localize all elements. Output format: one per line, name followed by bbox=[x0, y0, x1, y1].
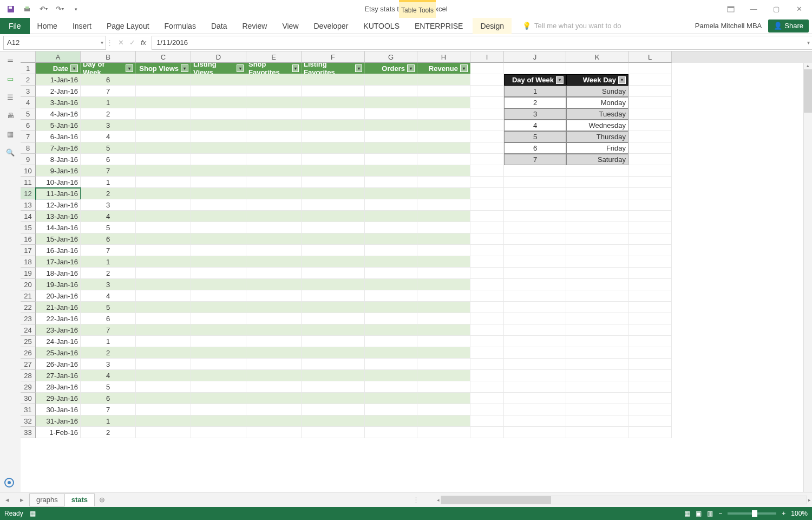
zoom-slider[interactable] bbox=[728, 512, 776, 515]
cell[interactable] bbox=[365, 381, 417, 393]
panel-icon-1[interactable]: ═ bbox=[5, 55, 16, 66]
cell[interactable] bbox=[504, 63, 566, 74]
cell[interactable] bbox=[246, 199, 302, 211]
cell[interactable] bbox=[136, 415, 191, 427]
cell[interactable] bbox=[417, 165, 470, 177]
cell[interactable] bbox=[628, 381, 672, 393]
cell-date[interactable]: 14-Jan-16 bbox=[36, 222, 81, 233]
cell[interactable] bbox=[628, 165, 672, 177]
cell-date[interactable]: 12-Jan-16 bbox=[36, 199, 81, 211]
cell[interactable] bbox=[365, 256, 417, 268]
chevron-down-icon[interactable]: ▾ bbox=[101, 40, 103, 46]
cell[interactable] bbox=[136, 211, 191, 222]
horizontal-scrollbar[interactable]: ◂▸ bbox=[436, 496, 812, 504]
row-header[interactable]: 20 bbox=[21, 279, 36, 290]
cell[interactable] bbox=[191, 188, 246, 199]
cell-date[interactable]: 13-Jan-16 bbox=[36, 211, 81, 222]
cell-day-of-week[interactable]: 1 bbox=[81, 97, 136, 108]
cell[interactable] bbox=[628, 199, 672, 211]
cell[interactable] bbox=[246, 393, 302, 404]
cell[interactable] bbox=[191, 427, 246, 438]
legend-cell[interactable]: Wednesday bbox=[566, 120, 628, 131]
column-header-I[interactable]: I bbox=[470, 51, 504, 63]
cell[interactable] bbox=[365, 359, 417, 370]
close-icon[interactable]: ✕ bbox=[790, 3, 808, 16]
column-header-H[interactable]: H bbox=[417, 51, 470, 63]
cell[interactable] bbox=[628, 370, 672, 381]
cell-date[interactable]: 8-Jan-16 bbox=[36, 154, 81, 165]
row-header[interactable]: 17 bbox=[21, 245, 36, 256]
cell[interactable] bbox=[302, 131, 365, 142]
row-header[interactable]: 15 bbox=[21, 222, 36, 233]
cell[interactable] bbox=[246, 211, 302, 222]
cell-date[interactable]: 1-Feb-16 bbox=[36, 427, 81, 438]
cell[interactable] bbox=[302, 415, 365, 427]
cell-day-of-week[interactable]: 2 bbox=[81, 188, 136, 199]
cell[interactable] bbox=[566, 63, 628, 74]
cell[interactable] bbox=[246, 154, 302, 165]
cell-day-of-week[interactable]: 6 bbox=[81, 74, 136, 86]
cell[interactable] bbox=[136, 131, 191, 142]
tell-me-input[interactable]: 💡Tell me what you want to do bbox=[522, 22, 621, 30]
cell[interactable] bbox=[417, 324, 470, 336]
table-header[interactable]: Date▾ bbox=[36, 63, 81, 74]
cell[interactable] bbox=[191, 359, 246, 370]
cell-day-of-week[interactable]: 7 bbox=[81, 324, 136, 336]
column-header-D[interactable]: D bbox=[191, 51, 246, 63]
cell[interactable] bbox=[417, 302, 470, 313]
cell[interactable] bbox=[566, 370, 628, 381]
cell[interactable] bbox=[365, 74, 417, 86]
panel-icon-3[interactable]: ☰ bbox=[5, 92, 16, 102]
cell[interactable] bbox=[470, 302, 504, 313]
cell[interactable] bbox=[246, 347, 302, 359]
cell[interactable] bbox=[417, 347, 470, 359]
settings-gear-icon[interactable] bbox=[3, 477, 15, 489]
cell[interactable] bbox=[566, 427, 628, 438]
cell[interactable] bbox=[628, 108, 672, 120]
cell[interactable] bbox=[302, 211, 365, 222]
panel-icon-2[interactable]: ▭ bbox=[5, 73, 16, 84]
cell[interactable] bbox=[136, 290, 191, 302]
filter-dropdown-icon[interactable]: ▾ bbox=[355, 64, 362, 72]
cell[interactable] bbox=[628, 97, 672, 108]
tab-kutools[interactable]: KUTOOLS bbox=[356, 18, 407, 34]
cell[interactable] bbox=[365, 222, 417, 233]
cell[interactable] bbox=[566, 336, 628, 347]
cell-day-of-week[interactable]: 2 bbox=[81, 268, 136, 279]
formula-input[interactable]: 1/11/2016▾ bbox=[152, 36, 812, 50]
binoculars-icon[interactable]: 🔍 bbox=[5, 147, 16, 158]
row-header[interactable]: 29 bbox=[21, 381, 36, 393]
row-header[interactable]: 27 bbox=[21, 359, 36, 370]
cell[interactable] bbox=[365, 404, 417, 415]
cell[interactable] bbox=[566, 165, 628, 177]
cell[interactable] bbox=[136, 142, 191, 154]
row-header[interactable]: 10 bbox=[21, 165, 36, 177]
cell-date[interactable]: 16-Jan-16 bbox=[36, 245, 81, 256]
cell-date[interactable]: 3-Jan-16 bbox=[36, 97, 81, 108]
cell[interactable] bbox=[504, 199, 566, 211]
cell-day-of-week[interactable]: 6 bbox=[81, 393, 136, 404]
legend-header[interactable]: Day of Week▾ bbox=[504, 74, 566, 86]
cell[interactable] bbox=[628, 120, 672, 131]
cell-date[interactable]: 4-Jan-16 bbox=[36, 108, 81, 120]
print-icon[interactable] bbox=[21, 3, 34, 16]
cell[interactable] bbox=[417, 245, 470, 256]
cell[interactable] bbox=[628, 188, 672, 199]
view-page-layout-icon[interactable]: ▣ bbox=[696, 510, 702, 517]
name-box[interactable]: A12▾ bbox=[3, 36, 106, 50]
tab-developer[interactable]: Developer bbox=[306, 18, 356, 34]
cell[interactable] bbox=[136, 268, 191, 279]
cell[interactable] bbox=[246, 177, 302, 188]
cell[interactable] bbox=[628, 154, 672, 165]
cell[interactable] bbox=[470, 245, 504, 256]
cell[interactable] bbox=[191, 313, 246, 324]
cell[interactable] bbox=[628, 131, 672, 142]
cell[interactable] bbox=[470, 86, 504, 97]
cell[interactable] bbox=[628, 268, 672, 279]
cell-day-of-week[interactable]: 7 bbox=[81, 245, 136, 256]
cell[interactable] bbox=[302, 313, 365, 324]
vertical-scrollbar[interactable]: ▴ bbox=[803, 63, 812, 492]
tab-data[interactable]: Data bbox=[204, 18, 235, 34]
cell[interactable] bbox=[191, 108, 246, 120]
select-all-corner[interactable] bbox=[21, 51, 36, 63]
